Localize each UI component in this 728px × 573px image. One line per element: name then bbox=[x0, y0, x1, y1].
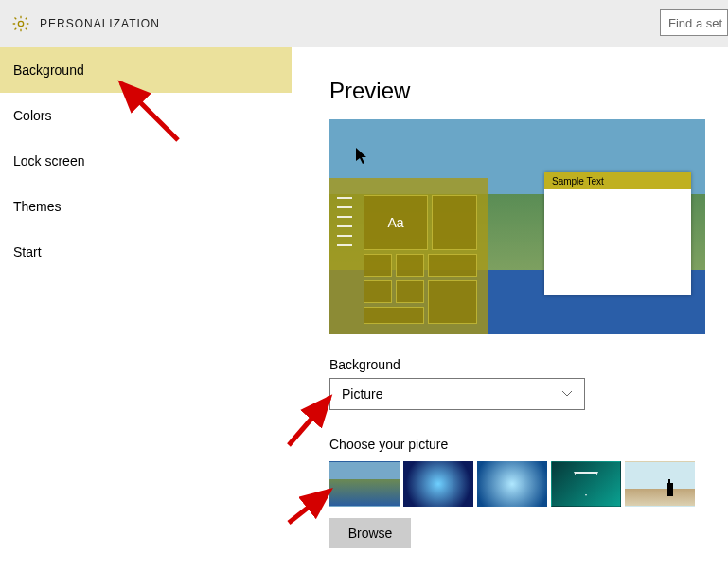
header-title: PERSONALIZATION bbox=[40, 17, 160, 30]
browse-button[interactable]: Browse bbox=[329, 518, 411, 548]
preview-tile bbox=[428, 280, 477, 324]
preview-start-rail bbox=[329, 178, 360, 334]
preview-tile bbox=[364, 254, 392, 277]
choose-picture-label: Choose your picture bbox=[329, 437, 728, 452]
preview-tile bbox=[396, 254, 424, 277]
background-label: Background bbox=[329, 357, 728, 372]
preview-tile bbox=[428, 254, 477, 277]
preview-tile-aa: Aa bbox=[364, 195, 428, 250]
svg-point-0 bbox=[18, 21, 23, 26]
chevron-down-icon bbox=[561, 386, 573, 402]
sidebar-item-themes[interactable]: Themes bbox=[0, 184, 292, 229]
sidebar-item-lock-screen[interactable]: Lock screen bbox=[0, 138, 292, 184]
main-content: Preview Aa Sample Text bbox=[329, 47, 728, 573]
preview-tile bbox=[364, 307, 424, 324]
preview-window-title: Sample Text bbox=[552, 176, 604, 187]
sidebar-item-background[interactable]: Background bbox=[0, 47, 292, 93]
preview-tile bbox=[396, 280, 424, 303]
thumbnail-wallpaper-2[interactable] bbox=[403, 461, 473, 507]
search-input[interactable]: Find a set bbox=[660, 9, 728, 36]
gear-icon bbox=[11, 14, 30, 33]
preview-tile bbox=[364, 280, 392, 303]
preview-tile-text: Aa bbox=[387, 215, 403, 230]
thumbnail-wallpaper-5[interactable] bbox=[625, 461, 695, 507]
sidebar-item-start[interactable]: Start bbox=[0, 229, 292, 275]
sidebar-item-label: Start bbox=[13, 244, 42, 260]
picture-thumbnails bbox=[329, 461, 728, 507]
preview-window-titlebar: Sample Text bbox=[544, 172, 691, 189]
thumbnail-wallpaper-4[interactable] bbox=[551, 461, 621, 507]
sidebar-item-label: Colors bbox=[13, 108, 51, 123]
sidebar-item-label: Background bbox=[13, 63, 84, 78]
background-dropdown-value: Picture bbox=[342, 386, 383, 402]
preview-image: Aa Sample Text bbox=[329, 119, 705, 334]
sidebar-item-label: Lock screen bbox=[13, 153, 84, 169]
browse-button-label: Browse bbox=[348, 526, 393, 541]
thumbnail-wallpaper-3[interactable] bbox=[477, 461, 547, 507]
sidebar-item-label: Themes bbox=[13, 199, 62, 214]
sidebar-item-colors[interactable]: Colors bbox=[0, 93, 292, 138]
background-dropdown[interactable]: Picture bbox=[329, 378, 585, 410]
preview-title: Preview bbox=[329, 78, 728, 104]
thumbnail-wallpaper-1[interactable] bbox=[329, 461, 400, 507]
header: PERSONALIZATION Find a set bbox=[0, 0, 728, 47]
cursor-icon bbox=[356, 148, 369, 169]
preview-start-menu: Aa bbox=[329, 178, 488, 334]
sidebar: Background Colors Lock screen Themes Sta… bbox=[0, 47, 292, 573]
preview-start-tiles: Aa bbox=[360, 178, 488, 334]
preview-tile bbox=[432, 195, 477, 250]
preview-window: Sample Text bbox=[544, 172, 691, 295]
